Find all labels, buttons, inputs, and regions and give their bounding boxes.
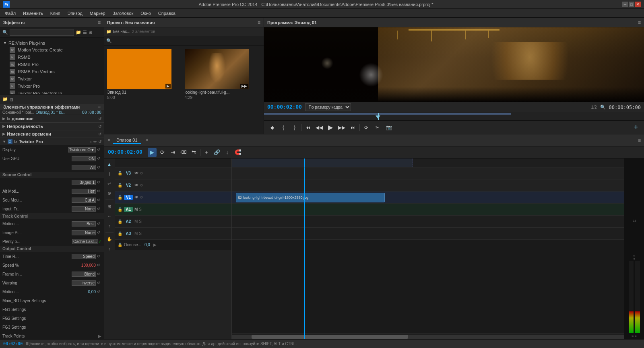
motion-value[interactable]: Best xyxy=(72,221,96,227)
delete-icon[interactable]: 🗑 xyxy=(10,97,14,102)
reset-icon[interactable]: ↺ xyxy=(96,188,101,194)
menu-title[interactable]: Заголовок xyxy=(109,10,137,16)
prev-edit-button[interactable]: ⏮ xyxy=(303,123,313,132)
alt-motion-row[interactable]: Alt Moti... Нет ↺ xyxy=(0,187,104,196)
program-scrubber[interactable] xyxy=(264,113,644,120)
timeline-tab-episode01[interactable]: Эпизод 01 xyxy=(113,137,141,144)
track-row-a1[interactable] xyxy=(232,204,624,216)
reset-time-icon[interactable]: ↺ xyxy=(98,132,101,136)
loop-button[interactable]: ⟳ xyxy=(361,123,371,132)
reset-icon[interactable]: ↺ xyxy=(96,253,101,259)
step-forward-button[interactable]: ▶▶ xyxy=(337,123,347,132)
close-tab-icon[interactable]: ✕ xyxy=(107,138,111,143)
menu-help[interactable]: Справка xyxy=(155,10,179,16)
effects-control-menu-icon[interactable]: ≡ xyxy=(98,104,101,110)
m-icon-a3[interactable]: M xyxy=(134,231,138,236)
menu-marker[interactable]: Маркер xyxy=(87,10,109,16)
fg3-row[interactable]: FG3 Settings xyxy=(0,323,104,332)
insert-tool[interactable]: ↔ xyxy=(105,212,114,220)
close-tab-icon2[interactable]: ✕ xyxy=(145,138,149,143)
reset-icon[interactable]: ↺ xyxy=(96,221,101,227)
timeline-menu-icon[interactable]: ≡ xyxy=(638,138,641,143)
menu-clip[interactable]: Клип xyxy=(47,10,64,16)
in-point-button[interactable]: { xyxy=(279,123,288,132)
menu-file[interactable]: Файл xyxy=(2,10,19,16)
track-row-v3[interactable] xyxy=(232,167,624,179)
reset-icon[interactable]: ↺ xyxy=(96,179,101,185)
timeline-ruler[interactable]: :00 00:00:01:00 00:00:02:00 xyxy=(232,159,624,167)
fg1-row[interactable]: FG1 Settings xyxy=(0,305,104,314)
program-timecode[interactable]: 00:00:02:00 xyxy=(267,104,302,110)
camera-button[interactable]: 📷 xyxy=(384,123,394,132)
frame-blend2-value[interactable]: Blend xyxy=(72,272,96,277)
ripple-edit-tool[interactable]: ⟳ xyxy=(158,148,167,157)
motion-0-row[interactable]: Motion ... 0,00 ↺ xyxy=(0,287,104,296)
eye-icon-v2[interactable]: 👁 xyxy=(134,183,138,187)
effects-search-input[interactable] xyxy=(10,29,74,36)
eye-icon-v1[interactable]: 👁 xyxy=(134,195,138,200)
close-button[interactable]: ✕ xyxy=(635,2,641,7)
lock-icon-v2[interactable]: 🔒 xyxy=(118,183,122,187)
warping-row[interactable]: Warping Inverse ↺ xyxy=(0,278,104,287)
menu-window[interactable]: Окно xyxy=(137,10,154,16)
razor-tool2[interactable]: ⟩ xyxy=(105,170,114,178)
lock-icon-v1[interactable]: 🔒 xyxy=(118,195,122,200)
lock-icon-v3[interactable]: 🔒 xyxy=(118,171,122,175)
plenty-value[interactable]: Cache Last... xyxy=(72,239,98,244)
image-pi-row[interactable]: Image Pi... None ↺ xyxy=(0,228,104,237)
timeline-hscrollbar[interactable] xyxy=(232,334,624,339)
reset-icon[interactable]: ↺ xyxy=(96,289,101,294)
sync-icon-v3[interactable]: ↺ xyxy=(140,171,143,175)
alt-motion-value[interactable]: Нет xyxy=(72,189,96,194)
slip-tool[interactable]: ⇆ xyxy=(190,148,198,157)
selection-tool[interactable]: ▶ xyxy=(148,148,157,157)
speed-pct-value[interactable]: 100,000 xyxy=(72,263,96,268)
step-back-button[interactable]: ◀◀ xyxy=(314,123,324,132)
lock-icon-a1[interactable]: 🔒 xyxy=(118,207,122,212)
pointer-tool[interactable]: ▲ xyxy=(105,160,114,168)
next-edit-button[interactable]: ⏭ xyxy=(348,123,358,132)
project-panel-menu-icon[interactable]: ≡ xyxy=(258,20,260,25)
snap-toggle[interactable]: 🧲 xyxy=(233,148,242,157)
track-select-tool[interactable]: ⇥ xyxy=(169,148,178,157)
sync-icon-v2[interactable]: ↺ xyxy=(140,183,143,187)
input-fr-row[interactable]: Input: Fr... None ↺ xyxy=(0,204,104,213)
circle-icon[interactable]: ○ xyxy=(89,140,92,144)
s-icon-a3[interactable]: S xyxy=(139,231,142,236)
out-point-button[interactable]: } xyxy=(290,123,299,132)
new-bin-icon2[interactable]: 📁 xyxy=(2,97,8,102)
reset-icon[interactable]: ↺ xyxy=(96,262,101,268)
menu-episode[interactable]: Эпизод xyxy=(64,10,86,16)
reset-twixtor-icon[interactable]: ↺ xyxy=(98,140,101,144)
project-item-girl[interactable]: ▶▶ looking-light-beautiful-g... 4:29 xyxy=(185,49,261,100)
s-icon-a2[interactable]: S xyxy=(139,219,142,224)
display-value[interactable]: Twixtored O▼ xyxy=(68,147,96,152)
m-icon-a1[interactable]: M xyxy=(134,207,138,212)
hand-tool[interactable]: ✋ xyxy=(105,235,114,243)
hscroll-thumb[interactable] xyxy=(252,335,409,339)
new-bin-icon[interactable]: 📁 xyxy=(76,30,81,35)
time-r-value[interactable]: Speed xyxy=(72,254,96,259)
project-item-episode01[interactable]: ▶ Эпизод 01 5:00 xyxy=(107,49,183,100)
trim-button[interactable]: ✂ xyxy=(373,123,382,132)
reset-icon[interactable]: ↺ xyxy=(96,197,101,203)
time-change-section-header[interactable]: ▶ Изменение времени ↺ xyxy=(0,130,104,138)
motion-best-row[interactable]: Motion ... Best ↺ xyxy=(0,219,104,228)
m-icon-a2[interactable]: M xyxy=(134,219,138,224)
sync-icon-v1[interactable]: ↺ xyxy=(140,195,143,200)
reset-opacity-icon[interactable]: ↺ xyxy=(98,124,101,129)
display-row[interactable]: Display Twixtored O▼ ↺ xyxy=(0,145,104,154)
program-monitor-menu-icon[interactable]: ≡ xyxy=(638,20,641,25)
motion-0-value[interactable]: 0,00 xyxy=(72,290,96,294)
effect-twixtor[interactable]: fx Twixtor xyxy=(0,75,104,82)
reset-icon[interactable]: ↺ xyxy=(96,206,101,212)
opacity-section-header[interactable]: ▶ Непрозрачность ↺ xyxy=(0,123,104,130)
motion-section-header[interactable]: ▶ fx движение ↺ xyxy=(0,115,104,122)
fit-dropdown[interactable]: По размеру кадра 25% 50% 100% xyxy=(305,103,351,111)
add-button[interactable]: + xyxy=(631,123,641,132)
use-gpu-row[interactable]: Use GPU ON ↺ xyxy=(0,154,104,163)
speed-pct-row[interactable]: Speed % 100,000 ↺ xyxy=(0,261,104,270)
clip-block-v1[interactable]: 🖼 looking-light-beautiful-girl-1800x2880… xyxy=(236,193,385,202)
track-row-v2[interactable] xyxy=(232,179,624,192)
reset-icon[interactable]: ↺ xyxy=(96,147,101,152)
